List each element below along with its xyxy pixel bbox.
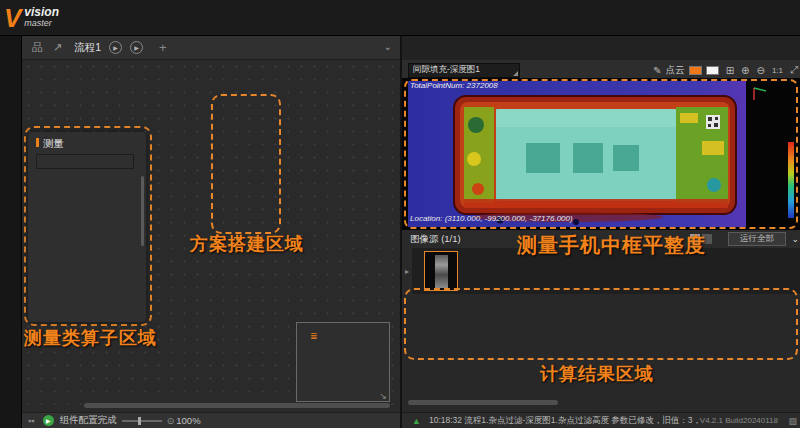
view-toolbar-icons: ✎ 点云 ⊞ ⊕ ⊖ 1:1 ⤢ (646, 60, 798, 80)
expand-strip-icon[interactable]: ▸ (402, 248, 412, 294)
version-label: V4.2.1 Build20240118 (700, 416, 778, 425)
chevron-down-icon[interactable]: ⌄ (384, 41, 392, 52)
view-toolbar: 间隙填充-深度图1 ✎ 点云 ⊞ ⊕ ⊖ 1:1 ⤢ (402, 60, 800, 80)
point-cloud-label: 点云 (666, 64, 685, 77)
resize-handle-icon[interactable]: ↘ (379, 391, 387, 401)
operator-panel-title: 测量 (36, 137, 64, 151)
status-run-icon: ▶ (43, 415, 54, 426)
brand-name: vision (24, 7, 59, 18)
total-point-num: TotalPointNum: 2372008 (410, 81, 498, 90)
collapse-chevron-icon[interactable]: ⌄ (791, 234, 799, 244)
point-color-swatch-white[interactable] (706, 66, 719, 75)
zoom-slider[interactable] (122, 420, 162, 422)
image-source-label: 图像源 (1/1) (410, 233, 461, 246)
pencil-icon[interactable]: ✎ (653, 65, 661, 76)
canvas-hscrollbar[interactable] (84, 403, 390, 408)
viewport-annotation: 测量手机中框平整度 (517, 232, 706, 259)
pointer-icon[interactable]: ↗ (53, 41, 62, 54)
operator-dim-tabs (36, 154, 134, 169)
one-to-one-icon[interactable]: 1:1 (772, 66, 783, 75)
tab-flow1[interactable]: 流程1 (74, 41, 101, 55)
flow-canvas[interactable]: 测量 测量类算子区域 方案搭建区域 ≣ ↘ (22, 60, 400, 405)
height-colorbar (788, 142, 794, 218)
flow-minimap[interactable]: ≣ ↘ (296, 322, 390, 402)
point-color-swatch-orange[interactable] (689, 66, 702, 75)
operator-panel: 测量 (28, 132, 146, 322)
status-bar: ▪▪ ▶ 组件配置完成 ⊙ 100% (22, 412, 400, 428)
run-all-dropdown[interactable]: 运行全部 (728, 232, 786, 246)
point-cloud-viewport[interactable]: TotalPointNum: 2372008 Location: (3110.0… (402, 78, 800, 230)
fullscreen-icon[interactable]: ⤢ (790, 64, 798, 76)
app-logo: V vision master (4, 2, 96, 34)
add-flow-button[interactable]: + (159, 40, 167, 55)
brand-subname: master (24, 18, 59, 29)
image-result-tabs (402, 36, 800, 60)
display-source-dropdown[interactable]: 间隙填充-深度图1 (408, 63, 520, 78)
zoom-icon: ⊙ (167, 416, 175, 426)
run-flow-icon[interactable]: ▶ (109, 41, 122, 54)
status-message: 组件配置完成 (60, 414, 117, 427)
flow-node-chain (215, 98, 278, 232)
operator-scrollbar[interactable] (141, 176, 144, 246)
flow-area-annotation: 方案搭建区域 (190, 232, 304, 256)
top-bar: V vision master (0, 0, 800, 36)
workspace: 品 ↗ 流程1 ▶ ▶ + ⌄ 测量 测量类算子区域 方案搭建区域 (22, 36, 400, 428)
flow-tab-bar: 品 ↗ 流程1 ▶ ▶ + ⌄ (22, 36, 400, 60)
result-area-annotation-border (404, 288, 798, 360)
fit-view-icon[interactable]: ⊞ (726, 65, 734, 76)
run-flow-loop-icon[interactable]: ▶ (130, 41, 143, 54)
log-message: 10:18:32 流程1.杂点过滤-深度图1.杂点过滤高度 参数已修改，旧值：3… (429, 415, 699, 427)
brand-text: vision master (24, 7, 59, 29)
phone-pcb-heatmap (408, 81, 746, 227)
right-panel: 间隙填充-深度图1 ✎ 点云 ⊞ ⊕ ⊖ 1:1 ⤢ (400, 36, 800, 428)
flow-view-icon[interactable]: 品 (32, 40, 43, 55)
minimap-list-icon: ≣ (310, 331, 318, 341)
log-status-icon: ▲ (412, 416, 421, 426)
log-bar: ▲ 10:18:32 流程1.杂点过滤-深度图1.杂点过滤高度 参数已修改，旧值… (402, 412, 800, 428)
zoom-in-icon[interactable]: ⊕ (741, 65, 749, 76)
left-tool-rail (0, 36, 22, 428)
zoom-level: 100% (176, 415, 200, 426)
image-thumbnail[interactable] (424, 251, 458, 291)
axis-indicator-icon (750, 84, 770, 104)
operator-area-annotation: 测量类算子区域 (24, 326, 157, 350)
cursor-location: Location: (3110.000, -99200.000, -37176.… (410, 214, 573, 223)
result-area-annotation: 计算结果区域 (540, 362, 654, 386)
result-hscrollbar[interactable] (408, 400, 558, 405)
log-expand-icon[interactable]: ▨ (788, 416, 797, 426)
zoom-out-icon[interactable]: ⊖ (756, 65, 764, 76)
brand-v-icon: V (4, 5, 21, 31)
app-window: V vision master 品 ↗ 流程1 ▶ ▶ + ⌄ 测量 (0, 0, 800, 428)
statusbar-handle[interactable]: ▪▪ (28, 415, 35, 426)
